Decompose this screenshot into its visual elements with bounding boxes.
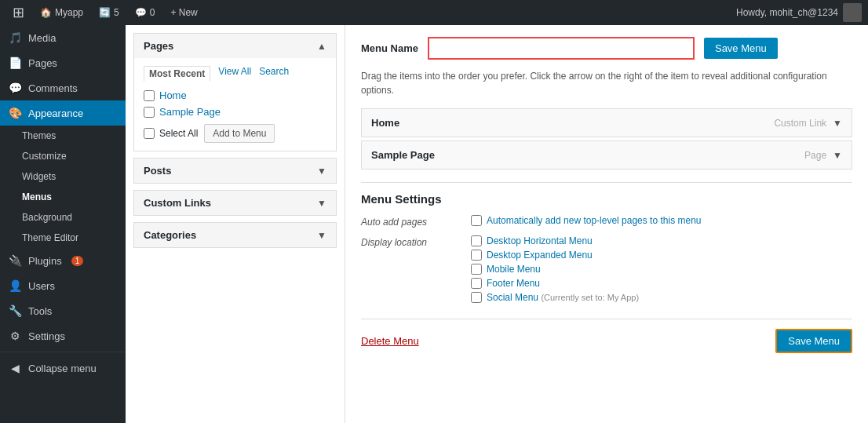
table-row: Home Custom Link ▼ (361, 108, 852, 137)
custom-links-section-header[interactable]: Custom Links ▼ (134, 191, 336, 215)
social-menu-label-text: Social Menu (487, 292, 538, 303)
menu-item-home-right: Custom Link ▼ (774, 118, 842, 129)
location-mobile-menu: Mobile Menu (471, 264, 852, 275)
users-icon: 👤 (8, 279, 22, 292)
sidebar-label-settings: Settings (28, 330, 65, 342)
location-checkbox-desktop-e[interactable] (471, 250, 482, 261)
location-label-footer[interactable]: Footer Menu (487, 278, 540, 289)
sidebar-item-appearance[interactable]: 🎨 Appearance (0, 100, 126, 126)
auto-add-pages-text[interactable]: Automatically add new top-level pages to… (487, 215, 702, 226)
comments-nav-icon: 💬 (8, 82, 22, 94)
custom-links-collapse-icon: ▼ (317, 198, 326, 209)
location-checkbox-mobile[interactable] (471, 264, 482, 275)
page-label-sample[interactable]: Sample Page (159, 106, 221, 118)
tab-view-all[interactable]: View All (218, 66, 251, 82)
comments-link[interactable]: 💬 0 (129, 0, 162, 25)
location-label-mobile[interactable]: Mobile Menu (487, 264, 541, 275)
posts-section-title: Posts (144, 165, 171, 177)
sidebar-item-plugins[interactable]: 🔌 Plugins 1 (0, 248, 126, 273)
sidebar-sub-menus[interactable]: Menus (0, 187, 126, 207)
page-item-home: Home (144, 89, 326, 101)
sidebar-divider (0, 352, 126, 352)
instruction-text: Drag the items into the order you prefer… (361, 69, 852, 97)
new-content-link[interactable]: + New (164, 0, 203, 25)
menu-settings-title: Menu Settings (361, 192, 852, 206)
user-info: Howdy, mohit_ch@1234 (736, 3, 862, 22)
right-panel: Menu Name Save Menu Drag the items into … (345, 25, 868, 423)
menu-settings-section: Menu Settings Auto add pages Automatical… (361, 182, 852, 303)
wp-icon: ⊞ (13, 4, 24, 21)
sidebar-item-tools[interactable]: 🔧 Tools (0, 298, 126, 323)
plugins-icon: 🔌 (8, 254, 22, 267)
posts-section-header[interactable]: Posts ▼ (134, 159, 336, 183)
sidebar-sub-background[interactable]: Background (0, 207, 126, 228)
location-social-menu: Social Menu (Currently set to: My App) (471, 292, 852, 303)
display-location-row: Display location Desktop Horizontal Menu… (361, 235, 852, 303)
tools-icon: 🔧 (8, 304, 22, 317)
site-name-label: Myapp (55, 7, 83, 18)
display-location-label: Display location (361, 235, 455, 248)
settings-table: Auto add pages Automatically add new top… (361, 215, 852, 303)
wp-logo[interactable]: ⊞ (6, 0, 31, 25)
menu-item-sample-expand[interactable]: ▼ (833, 150, 842, 161)
page-label-home[interactable]: Home (159, 89, 187, 101)
add-to-menu-button[interactable]: Add to Menu (204, 124, 275, 143)
comments-icon: 💬 (135, 7, 147, 18)
media-icon: 🎵 (8, 31, 22, 44)
auto-add-pages-row: Auto add pages Automatically add new top… (361, 215, 852, 228)
sidebar-item-settings[interactable]: ⚙ Settings (0, 323, 126, 348)
location-footer-menu: Footer Menu (471, 278, 852, 289)
sidebar-label-pages: Pages (28, 57, 57, 69)
save-menu-button-bottom[interactable]: Save Menu (775, 329, 852, 353)
sidebar-sub-themes[interactable]: Themes (0, 126, 126, 146)
location-checkbox-social[interactable] (471, 292, 482, 303)
site-name-link[interactable]: 🏠 Myapp (34, 0, 89, 25)
pages-collapse-icon: ▲ (317, 41, 326, 52)
location-label-desktop-e[interactable]: Desktop Expanded Menu (487, 250, 593, 261)
location-checkbox-desktop-h[interactable] (471, 235, 482, 246)
menu-name-label: Menu Name (361, 42, 418, 54)
auto-add-pages-checkbox[interactable] (471, 215, 482, 226)
appearance-icon: 🎨 (8, 107, 22, 119)
menu-item-sample-right: Page ▼ (804, 150, 842, 161)
select-all-label[interactable]: Select All (159, 128, 198, 139)
howdy-label: Howdy, mohit_ch@1234 (736, 7, 838, 18)
menu-item-home-title: Home (371, 117, 399, 129)
custom-links-panel-section: Custom Links ▼ (133, 190, 337, 216)
sidebar-item-users[interactable]: 👤 Users (0, 273, 126, 298)
updates-icon: 🔄 (99, 7, 111, 18)
tab-most-recent[interactable]: Most Recent (144, 66, 210, 82)
menu-name-input[interactable] (428, 37, 695, 60)
location-checkbox-footer[interactable] (471, 278, 482, 289)
updates-link[interactable]: 🔄 5 (93, 0, 126, 25)
select-all-checkbox[interactable] (144, 128, 155, 139)
tab-search[interactable]: Search (259, 66, 289, 82)
display-location-value: Desktop Horizontal Menu Desktop Expanded… (471, 235, 852, 303)
sidebar-sub-widgets[interactable]: Widgets (0, 166, 126, 187)
pages-section-title: Pages (144, 40, 173, 52)
sidebar-sub-theme-editor[interactable]: Theme Editor (0, 228, 126, 248)
sidebar-label-appearance: Appearance (28, 108, 83, 119)
custom-links-section-title: Custom Links (144, 197, 211, 209)
sidebar-collapse-btn[interactable]: ◀ Collapse menu (0, 356, 126, 381)
sidebar-label-tools: Tools (28, 305, 52, 317)
settings-icon: ⚙ (8, 330, 22, 342)
pages-section-header[interactable]: Pages ▲ (134, 34, 336, 58)
location-label-social[interactable]: Social Menu (Currently set to: My App) (487, 292, 639, 303)
sidebar-item-pages[interactable]: 📄 Pages (0, 50, 126, 75)
sidebar-item-media[interactable]: 🎵 Media (0, 25, 126, 50)
delete-menu-link[interactable]: Delete Menu (361, 335, 419, 347)
location-label-desktop-h[interactable]: Desktop Horizontal Menu (487, 235, 593, 246)
categories-section-header[interactable]: Categories ▼ (134, 223, 336, 247)
sidebar-sub-customize[interactable]: Customize (0, 146, 126, 166)
page-checkbox-home[interactable] (144, 90, 155, 101)
menu-item-home-expand[interactable]: ▼ (833, 118, 842, 129)
select-add-row: Select All Add to Menu (144, 124, 326, 143)
pages-panel-section: Pages ▲ Most Recent View All Search Home (133, 33, 337, 151)
page-checkbox-sample[interactable] (144, 107, 155, 118)
save-menu-button-top[interactable]: Save Menu (704, 38, 778, 59)
pages-section-body: Most Recent View All Search Home Sample … (134, 58, 336, 151)
comments-count: 0 (150, 7, 155, 18)
sidebar-item-comments[interactable]: 💬 Comments (0, 75, 126, 100)
menu-item-home-type: Custom Link (774, 118, 826, 129)
